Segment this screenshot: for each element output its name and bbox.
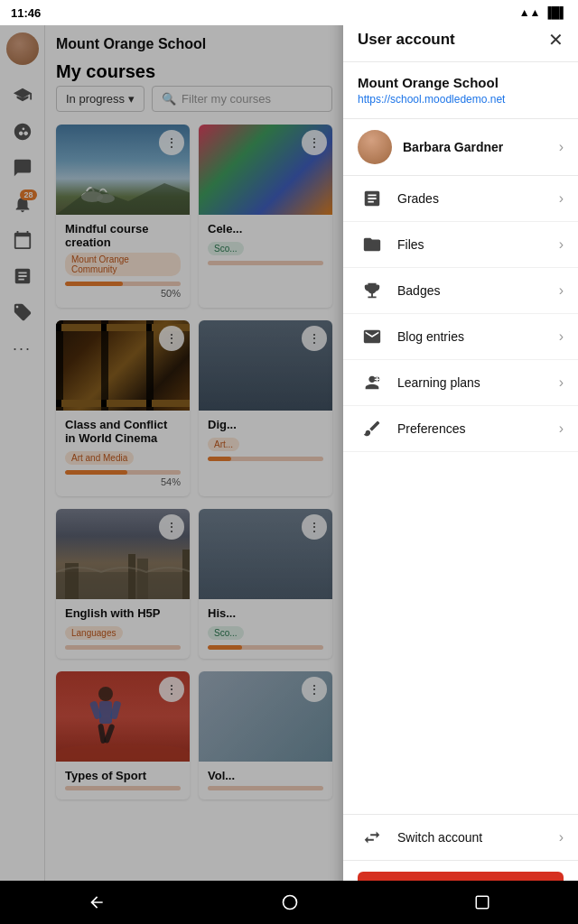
files-icon	[358, 235, 387, 254]
blog-label: Blog entries	[397, 329, 559, 344]
files-chevron-icon: ›	[559, 236, 564, 253]
preferences-label: Preferences	[397, 421, 559, 436]
preferences-chevron-icon: ›	[559, 420, 564, 437]
school-section: Mount Orange School https://school.moodl…	[343, 62, 578, 119]
user-panel: User account ✕ Mount Orange School https…	[343, 0, 578, 924]
menu-item-preferences[interactable]: Preferences ›	[343, 406, 578, 452]
files-label: Files	[397, 237, 559, 252]
home-button[interactable]	[281, 893, 299, 911]
dim-overlay[interactable]	[0, 25, 343, 924]
grades-label: Grades	[397, 191, 559, 206]
status-time: 11:46	[11, 6, 41, 20]
menu-item-grades[interactable]: Grades ›	[343, 176, 578, 222]
badges-label: Badges	[397, 283, 559, 298]
back-button[interactable]	[88, 893, 106, 911]
user-name: Barbara Gardner	[403, 140, 559, 154]
switch-icon	[358, 827, 387, 847]
svg-rect-16	[476, 896, 489, 909]
school-url[interactable]: https://school.moodledemo.net	[358, 93, 564, 106]
blog-icon	[358, 327, 387, 346]
learning-icon	[358, 373, 387, 393]
svg-point-15	[284, 896, 297, 910]
grades-chevron-icon: ›	[559, 190, 564, 207]
battery-icon: ▐█▌	[544, 6, 567, 19]
recents-button[interactable]	[474, 894, 490, 910]
switch-chevron-icon: ›	[559, 829, 564, 845]
switch-account-row[interactable]: Switch account ›	[343, 815, 578, 861]
menu-item-learning[interactable]: Learning plans ›	[343, 360, 578, 406]
badges-icon	[358, 281, 387, 300]
preferences-icon	[358, 419, 387, 439]
panel-school-name: Mount Orange School	[358, 75, 564, 90]
status-bar: 11:46 ▲▲ ▐█▌	[0, 0, 578, 25]
badges-chevron-icon: ›	[559, 282, 564, 299]
wifi-icon: ▲▲	[519, 6, 541, 19]
close-button[interactable]: ✕	[548, 29, 564, 51]
user-chevron-icon: ›	[559, 139, 564, 155]
learning-label: Learning plans	[397, 375, 559, 390]
user-avatar	[358, 130, 392, 164]
blog-chevron-icon: ›	[559, 328, 564, 345]
status-icons: ▲▲ ▐█▌	[519, 6, 567, 19]
user-row[interactable]: Barbara Gardner ›	[343, 119, 578, 176]
panel-title: User account	[358, 31, 455, 49]
menu-item-blog[interactable]: Blog entries ›	[343, 314, 578, 360]
switch-account-label: Switch account	[397, 830, 559, 845]
menu-item-files[interactable]: Files ›	[343, 222, 578, 268]
menu-item-badges[interactable]: Badges ›	[343, 268, 578, 314]
grades-icon	[358, 189, 387, 208]
nav-bar	[0, 881, 578, 924]
learning-chevron-icon: ›	[559, 374, 564, 391]
